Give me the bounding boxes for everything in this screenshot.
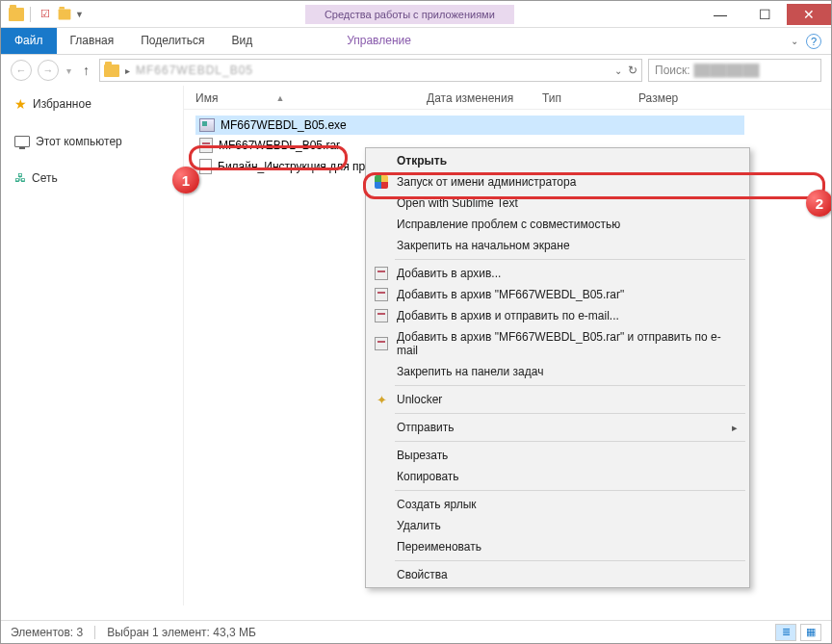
menu-add-rar[interactable]: Добавить в архив "MF667WEBDL_B05.rar" — [368, 284, 747, 305]
file-name: MF667WEBDL_B05.exe — [221, 118, 347, 132]
archive-icon — [374, 266, 389, 281]
menu-pin-start[interactable]: Закрепить на начальном экране — [368, 235, 747, 256]
menu-troubleshoot[interactable]: Исправление проблем с совместимостью — [368, 214, 747, 235]
menu-open[interactable]: Открыть — [368, 150, 747, 171]
rar-icon — [199, 138, 213, 153]
col-size[interactable]: Размер — [638, 91, 715, 105]
menu-send-to[interactable]: Отправить — [368, 417, 747, 438]
exe-icon — [199, 118, 215, 132]
sidebar-item-computer[interactable]: Этот компьютер — [14, 132, 183, 151]
tab-view[interactable]: Вид — [218, 28, 266, 54]
menu-add-rar-email[interactable]: Добавить в архив "MF667WEBDL_B05.rar" и … — [368, 326, 747, 361]
sidebar-item-label: Сеть — [32, 171, 58, 185]
network-icon: 🖧 — [14, 171, 26, 185]
key-icon: ✦ — [374, 392, 389, 407]
annotation-badge-1: 1 — [172, 167, 199, 193]
menu-copy[interactable]: Копировать — [368, 466, 747, 487]
back-button[interactable]: ← — [11, 60, 32, 81]
minimize-button[interactable]: ― — [698, 4, 742, 25]
menu-open-sublime[interactable]: Open with Sublime Text — [368, 193, 747, 214]
sidebar-item-favorites[interactable]: ★ Избранное — [14, 93, 183, 115]
view-details-button[interactable]: ≣ — [775, 624, 796, 641]
refresh-button[interactable]: ↻ — [628, 64, 637, 77]
maximize-button[interactable]: ☐ — [742, 4, 787, 25]
navbar: ← → ▾ ↑ ▸ MF667WEBDL_B05 ⌄ ↻ Поиск: ████… — [1, 55, 831, 86]
ribbon-expand-icon[interactable]: ⌄ — [791, 36, 798, 46]
view-icons-button[interactable]: ▦ — [800, 624, 821, 641]
col-name[interactable]: Имя — [195, 91, 218, 105]
up-button[interactable]: ↑ — [79, 63, 93, 78]
tab-share[interactable]: Поделиться — [127, 28, 218, 54]
file-name: MF667WEBDL_B05.rar — [219, 139, 340, 152]
column-headers: Имя ▲ Дата изменения Тип Размер — [184, 86, 831, 110]
col-date[interactable]: Дата изменения — [427, 91, 542, 105]
qat-dropdown-icon[interactable]: ▼ — [75, 10, 84, 19]
folder-icon — [104, 64, 119, 77]
menu-pin-taskbar[interactable]: Закрепить на панели задач — [368, 361, 747, 382]
sidebar-item-label: Этот компьютер — [36, 135, 122, 148]
history-dropdown-icon[interactable]: ▾ — [65, 65, 73, 76]
qat-newfolder-button[interactable] — [56, 6, 73, 23]
menu-delete[interactable]: Удалить — [368, 515, 747, 536]
file-name: Билайн_Инструкция для про — [218, 160, 372, 173]
chevron-down-icon[interactable]: ⌄ — [614, 65, 622, 76]
close-button[interactable]: ✕ — [787, 4, 831, 25]
search-label: Поиск: — [655, 64, 690, 77]
menu-unlocker[interactable]: ✦ Unlocker — [368, 389, 747, 410]
computer-icon — [14, 136, 30, 147]
menu-shortcut[interactable]: Создать ярлык — [368, 494, 747, 515]
menu-add-archive[interactable]: Добавить в архив... — [368, 263, 747, 284]
search-input[interactable]: Поиск: ████████ — [648, 59, 821, 82]
quick-access-toolbar: ☑ ▼ — [1, 6, 84, 23]
menu-add-email[interactable]: Добавить в архив и отправить по e-mail..… — [368, 305, 747, 326]
ribbon: Файл Главная Поделиться Вид Управление ⌄… — [1, 28, 831, 55]
status-selection: Выбран 1 элемент: 43,3 МБ — [107, 626, 256, 639]
txt-icon — [199, 159, 212, 174]
archive-icon — [374, 336, 389, 351]
help-button[interactable]: ? — [806, 34, 821, 49]
address-bar[interactable]: ▸ MF667WEBDL_B05 ⌄ ↻ — [99, 59, 642, 82]
shield-icon — [374, 174, 389, 190]
context-menu: Открыть Запуск от имени администратора O… — [365, 147, 750, 588]
breadcrumb[interactable]: MF667WEBDL_B05 — [136, 64, 253, 77]
nav-pane: ★ Избранное Этот компьютер 🖧 Сеть — [1, 86, 184, 605]
archive-icon — [374, 308, 389, 323]
tab-file[interactable]: Файл — [1, 28, 57, 54]
titlebar: ☑ ▼ Средства работы с приложениями ― ☐ ✕ — [1, 1, 831, 28]
qat-properties-button[interactable]: ☑ — [37, 6, 54, 23]
file-row[interactable]: MF667WEBDL_B05.exe — [195, 116, 744, 135]
folder-icon — [9, 8, 24, 21]
col-type[interactable]: Тип — [542, 91, 638, 105]
tab-manage[interactable]: Управление — [333, 28, 425, 54]
sort-indicator-icon: ▲ — [275, 93, 284, 103]
search-placeholder: ████████ — [694, 64, 760, 77]
status-count: Элементов: 3 — [11, 626, 83, 639]
menu-cut[interactable]: Вырезать — [368, 445, 747, 466]
sidebar-item-network[interactable]: 🖧 Сеть — [14, 168, 183, 188]
menu-run-as-admin[interactable]: Запуск от имени администратора — [368, 171, 747, 193]
status-bar: Элементов: 3 Выбран 1 элемент: 43,3 МБ ≣… — [1, 620, 831, 643]
menu-rename[interactable]: Переименовать — [368, 536, 747, 557]
annotation-badge-2: 2 — [806, 190, 832, 217]
star-icon: ★ — [14, 96, 27, 112]
contextual-tab-header: Средства работы с приложениями — [305, 4, 514, 24]
forward-button[interactable]: → — [38, 60, 59, 81]
archive-icon — [374, 287, 389, 302]
window-controls: ― ☐ ✕ — [698, 4, 831, 25]
menu-properties[interactable]: Свойства — [368, 564, 747, 585]
chevron-right-icon: ▸ — [125, 65, 130, 76]
sidebar-item-label: Избранное — [33, 97, 91, 111]
tab-home[interactable]: Главная — [57, 28, 128, 54]
